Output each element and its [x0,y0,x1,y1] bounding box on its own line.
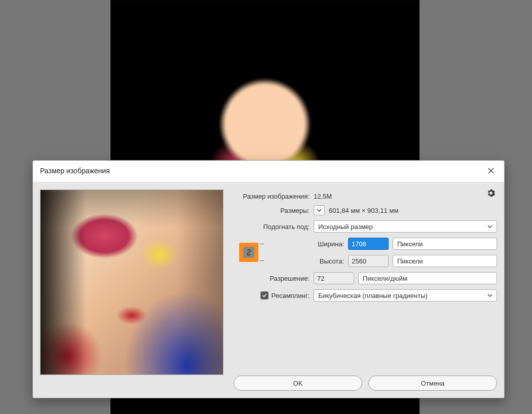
preview-image [41,190,223,374]
dialog-body: Размер изображения: 12,5M Размеры: 601,8… [33,182,504,398]
fit-to-label: Подогнать под: [234,223,310,231]
chevron-down-icon [487,293,492,298]
settings-menu-button[interactable] [487,189,495,199]
link-highlight [239,243,258,262]
width-unit-value: Пиксели [397,240,423,248]
cancel-label: Отмена [421,380,445,387]
form-panel: Размер изображения: 12,5M Размеры: 601,8… [234,190,497,391]
cancel-button[interactable]: Отмена [368,375,497,391]
dimensions-value: 601,84 мм × 903,11 мм [329,207,398,214]
close-icon [487,167,495,174]
resolution-unit-select[interactable]: Пиксели/дюйм [358,272,497,284]
resample-method-select[interactable]: Бикубическая (плавные градиенты) [314,289,497,302]
chevron-down-icon [487,224,492,229]
image-size-dialog: Размер изображения Размер изображения: 1… [32,160,505,398]
height-unit-value: Пиксели [397,257,423,265]
resolution-input[interactable] [314,272,354,284]
fit-to-value: Исходный размер [318,223,373,231]
preview-thumbnail [40,190,223,375]
link-icon [246,249,252,256]
resample-checkbox[interactable] [260,291,269,299]
resolution-unit-value: Пиксели/дюйм [363,275,407,282]
height-input[interactable] [348,255,389,267]
chevron-down-icon [317,208,322,213]
dimensions-unit-button[interactable] [314,205,325,215]
constrain-proportions[interactable] [234,238,264,267]
close-button[interactable] [485,165,497,177]
titlebar: Размер изображения [33,161,504,182]
width-input[interactable] [348,238,389,250]
resample-method-value: Бикубическая (плавные градиенты) [318,292,428,299]
ok-button[interactable]: OK [234,375,362,391]
resample-label: Ресамплинг: [272,292,310,299]
dialog-title: Размер изображения [40,167,110,175]
check-icon [262,293,267,298]
height-unit-select[interactable]: Пиксели [393,255,497,267]
gear-icon [487,189,495,197]
dimensions-label: Размеры: [234,207,310,214]
height-label: Высота: [268,257,344,265]
image-size-value: 12,5M [314,193,332,200]
resolution-label: Разрешение: [234,275,310,282]
image-size-label: Размер изображения: [234,193,310,200]
fit-to-select[interactable]: Исходный размер [314,220,497,233]
ok-label: OK [293,380,303,387]
width-label: Ширина: [268,240,344,248]
width-unit-select[interactable]: Пиксели [393,238,497,250]
link-icon-button[interactable] [243,247,254,258]
